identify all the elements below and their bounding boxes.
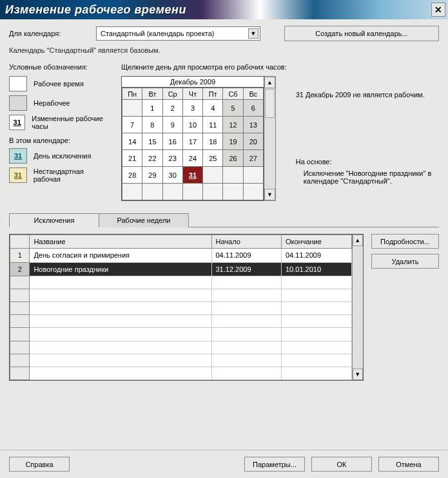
calendar-day[interactable]: 28: [122, 167, 142, 184]
tab-exceptions[interactable]: Исключения: [9, 213, 99, 227]
calendar-day[interactable]: 8: [142, 117, 162, 133]
scroll-down-icon[interactable]: ▼: [264, 189, 275, 200]
cell-name[interactable]: [30, 276, 211, 289]
row-header[interactable]: [10, 289, 30, 301]
calendar-day[interactable]: 5: [223, 100, 243, 117]
table-row[interactable]: [10, 367, 352, 379]
exceptions-grid[interactable]: НазваниеНачалоОкончание1День согласия и …: [9, 234, 364, 381]
cell-end[interactable]: 10.01.2010: [282, 262, 352, 276]
table-row[interactable]: 2Новогодние праздники31.12.200910.01.201…: [10, 262, 352, 276]
delete-button[interactable]: Удалить: [371, 254, 439, 269]
tab-workweeks[interactable]: Рабочие недели: [99, 213, 189, 227]
table-row[interactable]: [10, 315, 352, 328]
ok-button[interactable]: ОК: [311, 457, 372, 472]
scroll-down-icon[interactable]: ▼: [353, 368, 363, 380]
cell-name[interactable]: [30, 289, 211, 301]
calendar-day[interactable]: 4: [203, 100, 223, 117]
cell-name[interactable]: [30, 315, 211, 328]
cell-start[interactable]: [211, 315, 282, 328]
calendar-day[interactable]: 31: [182, 167, 202, 184]
cell-name[interactable]: Новогодние праздники: [30, 262, 211, 276]
col-name[interactable]: Название: [30, 235, 211, 249]
calendar-day[interactable]: 17: [182, 133, 202, 150]
calendar-day[interactable]: 7: [122, 117, 142, 133]
cell-name[interactable]: [30, 302, 211, 315]
calendar-day[interactable]: 27: [243, 150, 263, 167]
calendar-day[interactable]: 24: [182, 150, 202, 167]
row-header[interactable]: [10, 354, 30, 367]
calendar-day[interactable]: 15: [142, 133, 162, 150]
cell-start[interactable]: 04.11.2009: [211, 249, 282, 262]
calendar-day[interactable]: 21: [122, 150, 142, 167]
options-button[interactable]: Параметры...: [244, 457, 305, 472]
cell-name[interactable]: [30, 354, 211, 367]
table-row[interactable]: [10, 341, 352, 354]
cell-end[interactable]: [282, 341, 352, 354]
calendar-day[interactable]: 13: [243, 117, 263, 133]
cell-start[interactable]: [211, 328, 282, 341]
calendar-day[interactable]: 11: [203, 117, 223, 133]
cell-name[interactable]: День согласия и примирения: [30, 249, 211, 262]
calendar-day[interactable]: 3: [182, 100, 202, 117]
scroll-thumb[interactable]: [265, 89, 275, 118]
calendar-day[interactable]: 20: [243, 133, 263, 150]
calendar-day[interactable]: 16: [162, 133, 182, 150]
scroll-up-icon[interactable]: ▲: [264, 77, 275, 88]
cell-name[interactable]: [30, 367, 211, 379]
cell-end[interactable]: [282, 328, 352, 341]
calendar-day[interactable]: 12: [223, 117, 243, 133]
calendar-day[interactable]: 29: [142, 167, 162, 184]
calendar-day[interactable]: 25: [203, 150, 223, 167]
help-button[interactable]: Справка: [9, 457, 70, 472]
calendar-day[interactable]: 30: [162, 167, 182, 184]
calendar-day[interactable]: 22: [142, 150, 162, 167]
cell-start[interactable]: [211, 302, 282, 315]
close-button[interactable]: ✕: [431, 3, 445, 17]
scroll-up-icon[interactable]: ▲: [353, 234, 363, 246]
col-end[interactable]: Окончание: [282, 235, 352, 249]
col-start[interactable]: Начало: [211, 235, 282, 249]
month-calendar[interactable]: Декабрь 2009 ПнВтСрЧтПтСбВс1234567891011…: [121, 76, 264, 201]
cell-end[interactable]: [282, 276, 352, 289]
table-row[interactable]: [10, 276, 352, 289]
calendar-day[interactable]: 19: [223, 133, 243, 150]
calendar-day[interactable]: 9: [162, 117, 182, 133]
cell-name[interactable]: [30, 328, 211, 341]
cell-start[interactable]: [211, 289, 282, 301]
cell-end[interactable]: 04.11.2009: [282, 249, 352, 262]
calendar-scrollbar[interactable]: ▲ ▼: [264, 76, 276, 201]
new-calendar-button[interactable]: Создать новый календарь...: [284, 26, 439, 41]
row-header[interactable]: [10, 276, 30, 289]
cell-start[interactable]: [211, 354, 282, 367]
table-row[interactable]: [10, 302, 352, 315]
row-header[interactable]: [10, 341, 30, 354]
row-header[interactable]: 2: [10, 262, 30, 276]
calendar-day[interactable]: 6: [243, 100, 263, 117]
cell-name[interactable]: [30, 341, 211, 354]
calendar-day[interactable]: 26: [223, 150, 243, 167]
calendar-day[interactable]: 2: [162, 100, 182, 117]
cancel-button[interactable]: Отмена: [378, 457, 439, 472]
calendar-day[interactable]: 18: [203, 133, 223, 150]
table-row[interactable]: [10, 328, 352, 341]
cell-end[interactable]: [282, 302, 352, 315]
table-row[interactable]: 1День согласия и примирения04.11.200904.…: [10, 249, 352, 262]
row-header[interactable]: [10, 367, 30, 379]
calendar-day[interactable]: 14: [122, 133, 142, 150]
grid-scrollbar[interactable]: ▲ ▼: [352, 234, 363, 380]
calendar-day[interactable]: 10: [182, 117, 202, 133]
cell-start[interactable]: [211, 341, 282, 354]
row-header[interactable]: 1: [10, 249, 30, 262]
cell-end[interactable]: [282, 315, 352, 328]
row-header[interactable]: [10, 302, 30, 315]
calendar-day[interactable]: 23: [162, 150, 182, 167]
calendar-day[interactable]: 1: [142, 100, 162, 117]
row-header[interactable]: [10, 315, 30, 328]
table-row[interactable]: [10, 289, 352, 301]
cell-end[interactable]: [282, 367, 352, 379]
row-header[interactable]: [10, 328, 30, 341]
calendar-select[interactable]: Стандартный (календарь проекта) ▼: [96, 26, 260, 41]
cell-end[interactable]: [282, 289, 352, 301]
cell-start[interactable]: [211, 367, 282, 379]
table-row[interactable]: [10, 354, 352, 367]
